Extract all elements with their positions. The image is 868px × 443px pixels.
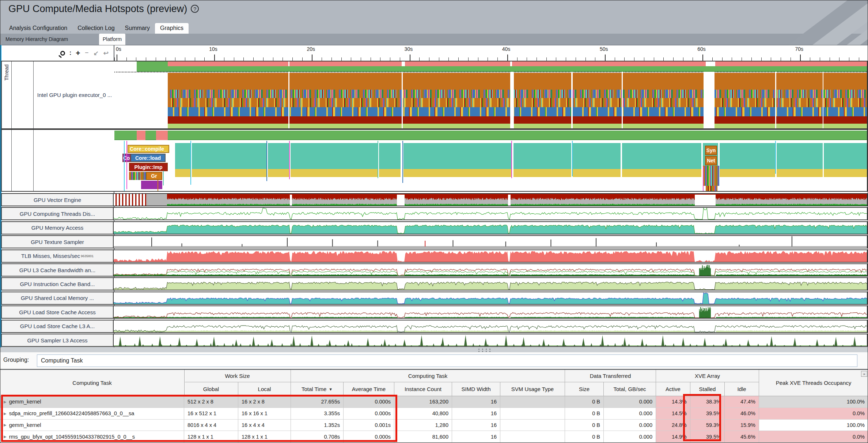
column-header-local[interactable]: Local [238,382,291,396]
row-expander-icon[interactable]: ▶ [4,400,7,404]
cell-svm[interactable] [500,431,565,443]
cell-total[interactable]: 27.655s [291,396,344,408]
metric-track-row[interactable]: GPU Shared Local Memory ... [1,292,868,305]
task-block-core-load[interactable]: Core::load [130,154,166,162]
table-row-task[interactable]: ▶sdpa_micro_prefill_1266034224058857663_… [0,408,184,420]
column-header-average-time[interactable]: Average Time [344,382,394,396]
column-header-peak-occupancy[interactable]: Peak XVE Threads Occupancy [759,370,868,396]
cell-active[interactable]: 14.9% [656,431,690,443]
column-header-stalled[interactable]: Stalled [690,382,725,396]
tab-analysis-configuration[interactable]: Analysis Configuration [4,23,72,34]
cell-size[interactable]: 0 B [565,396,604,408]
table-row-task[interactable]: ▶gemm_kernel [0,420,184,431]
task-block-net[interactable]: Net [705,156,717,165]
cell-peak[interactable]: 100.0% [759,396,868,408]
cell-peak[interactable]: 0.0% [759,408,868,420]
task-block-syn[interactable]: Syn [705,146,717,155]
cell-simd[interactable]: 16 [452,396,500,408]
cell-svm[interactable] [500,420,565,431]
track-chart-3[interactable] [114,222,867,234]
row-expander-icon[interactable]: ▶ [4,423,7,427]
row-expander-icon[interactable]: ▶ [4,412,7,416]
cell-avg[interactable]: 0.000s [344,431,394,443]
column-header-global[interactable]: Global [184,382,238,396]
metric-track-row[interactable]: GPU Computing Threads Dis... [1,207,868,220]
column-header-simd-width[interactable]: SIMD Width [452,382,500,396]
cell-simd[interactable]: 16 [452,420,500,431]
cell-gbsec[interactable]: 0.000 [604,431,656,443]
cell-global[interactable]: 128 x 1 x 1 [184,431,238,443]
cell-peak[interactable]: 0.0% [759,431,868,443]
cell-instances[interactable]: 81,600 [394,431,452,443]
cell-stalled[interactable]: 39.5% [690,408,725,420]
thread2-chart[interactable]: Core::compile_ Co Core::load Plugin::Imp… [114,130,867,191]
group-header-work-size[interactable]: Work Size [184,370,291,382]
metric-track-row[interactable]: GPU L3 Cache Bandwidth an... [1,263,868,277]
cell-gbsec[interactable]: 0.000 [604,420,656,431]
cell-instances[interactable]: 40,800 [394,408,452,420]
splitter-handle[interactable] [478,349,493,352]
task-block-gr[interactable]: Gr [146,172,162,180]
metric-track-row[interactable]: GPU Load Store Cache L3 A... [1,320,868,333]
zoom-in-icon[interactable]: + [76,49,80,57]
cell-idle[interactable]: 47.4% [725,396,759,408]
cell-total[interactable]: 0.708s [291,431,344,443]
track-chart-6[interactable] [114,264,867,276]
cell-avg[interactable]: 0.001s [344,420,394,431]
cell-idle[interactable]: 45.6% [725,431,759,443]
cell-size[interactable]: 0 B [565,420,604,431]
column-header-size[interactable]: Size [565,382,604,396]
column-header-active[interactable]: Active [656,382,690,396]
track-chart-4[interactable] [114,236,867,248]
column-header-total-time[interactable]: Total Time▼ [291,382,344,396]
panel-splitter[interactable] [0,347,868,352]
track-chart-1[interactable] [114,194,867,206]
undo-zoom-icon[interactable]: ↩ [103,49,109,57]
cell-idle[interactable]: 15.9% [725,420,759,431]
task-block-plugin-imp[interactable]: Plugin::Imp [129,163,168,171]
tab-graphics[interactable]: Graphics [155,23,189,34]
cell-avg[interactable]: 0.000s [344,396,394,408]
cell-active[interactable]: 14.3% [656,396,690,408]
track-chart-5[interactable] [114,250,867,262]
column-header-idle[interactable]: Idle [725,382,759,396]
more-columns-button[interactable]: » [861,371,867,377]
cell-idle[interactable]: 46.0% [725,408,759,420]
cell-local[interactable]: 128 x 1 x 1 [238,431,291,443]
column-header-computing-task[interactable]: Computing Task [0,370,184,396]
task-block-core-compile[interactable]: Core::compile_ [128,145,169,153]
cell-svm[interactable] [500,408,565,420]
group-header-computing-task[interactable]: Computing Task [291,370,565,382]
help-icon[interactable]: ? [191,5,199,13]
cell-global[interactable]: 512 x 2 x 8 [184,396,238,408]
zoom-out-icon[interactable]: − [85,49,89,57]
thread1-chart[interactable] [114,61,867,128]
timeline-ruler[interactable]: 0s10s20s30s40s50s60s70s [114,45,868,61]
cell-active[interactable]: 24.8% [656,420,690,431]
cell-global[interactable]: 8016 x 4 x 4 [184,420,238,431]
track-chart-9[interactable] [114,306,867,318]
cell-size[interactable]: 0 B [565,408,604,420]
table-row-task[interactable]: ▶rms_gpu_bfyx_opt_10455591504337802915_0… [0,431,184,443]
track-chart-8[interactable] [114,292,867,304]
cell-stalled[interactable]: 38.3% [690,396,725,408]
cell-svm[interactable] [500,396,565,408]
tab-memory-hierarchy-diagram[interactable]: Memory Hierarchy Diagram [2,34,72,45]
metric-track-row[interactable]: GPU Instruction Cache Band... [1,277,868,290]
metric-track-row[interactable]: GPU Load Store Cache Access [1,305,868,319]
column-header-total-gb-sec[interactable]: Total, GB/sec [604,382,656,396]
cell-instances[interactable]: 163,200 [394,396,452,408]
column-header-svm-usage-type[interactable]: SVM Usage Type [500,382,565,396]
cell-global[interactable]: 16 x 512 x 1 [184,408,238,420]
cell-local[interactable]: 16 x 2 x 8 [238,396,291,408]
cell-local[interactable]: 16 x 16 x 1 [238,408,291,420]
thread-row-2[interactable]: Core::compile_ Co Core::load Plugin::Imp… [1,129,868,192]
group-header-data-transferred[interactable]: Data Transferred [565,370,656,382]
cell-size[interactable]: 0 B [565,431,604,443]
metric-track-row[interactable]: GPU Sampler L3 Access [1,334,868,347]
cell-instances[interactable]: 1,280 [394,420,452,431]
group-header-xve-array[interactable]: XVE Array [656,370,759,382]
cell-stalled[interactable]: 39.5% [690,431,725,443]
cell-stalled[interactable]: 59.3% [690,420,725,431]
cell-gbsec[interactable]: 0.000 [604,408,656,420]
